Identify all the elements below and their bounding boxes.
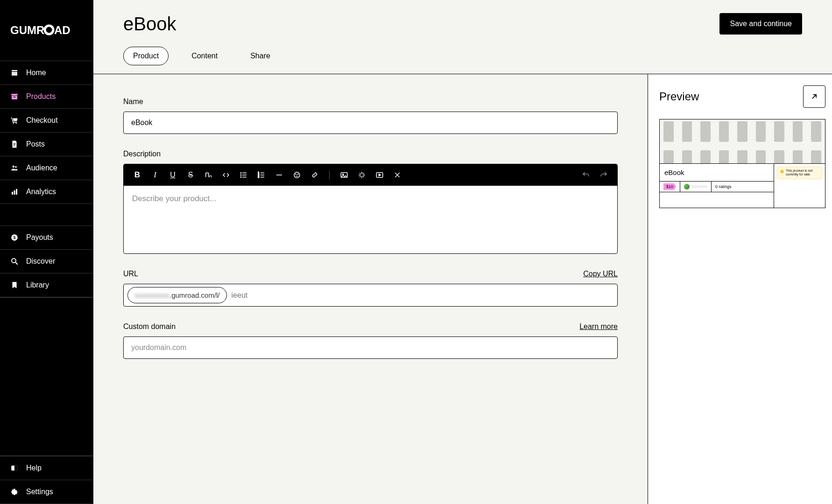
description-input[interactable]: Describe your product... bbox=[124, 186, 617, 253]
svg-point-9 bbox=[15, 166, 17, 168]
sidebar-item-discover[interactable]: Discover bbox=[0, 250, 93, 273]
custom-domain-input[interactable] bbox=[123, 336, 618, 359]
open-external-icon bbox=[810, 92, 819, 101]
sidebar-item-label: Library bbox=[26, 281, 49, 289]
svg-rect-10 bbox=[12, 192, 13, 195]
svg-point-33 bbox=[296, 174, 296, 175]
bold-icon[interactable]: B bbox=[132, 170, 142, 180]
preview-price-tag: $10 bbox=[663, 183, 676, 190]
image-icon[interactable] bbox=[339, 170, 349, 180]
bookmark-icon bbox=[10, 281, 19, 289]
svg-rect-12 bbox=[16, 189, 17, 195]
sidebar-item-label: Payouts bbox=[26, 233, 53, 242]
sidebar-item-library[interactable]: Library bbox=[0, 273, 93, 297]
svg-point-23 bbox=[240, 175, 241, 175]
sidebar-item-home[interactable]: Home bbox=[0, 61, 93, 85]
tab-content[interactable]: Content bbox=[182, 47, 227, 65]
tab-product[interactable]: Product bbox=[123, 47, 169, 65]
svg-line-16 bbox=[15, 262, 18, 265]
sparkle-icon[interactable] bbox=[357, 170, 367, 180]
field-name: Name bbox=[123, 98, 618, 134]
sidebar-item-products[interactable]: Products bbox=[0, 85, 93, 109]
preview-product-title: eBook bbox=[660, 164, 774, 181]
archive-icon bbox=[10, 92, 19, 101]
svg-text:3: 3 bbox=[258, 176, 260, 178]
svg-text:GUMR: GUMR bbox=[10, 24, 44, 36]
svg-point-32 bbox=[294, 172, 300, 178]
url-input[interactable]: xxxxxxxxxx.gumroad.com/l/ bbox=[123, 284, 618, 307]
preview-card: eBook $10 0 ratings bbox=[659, 119, 825, 208]
file-icon bbox=[10, 140, 19, 148]
sidebar-item-payouts[interactable]: $ Payouts bbox=[0, 226, 93, 250]
svg-point-8 bbox=[13, 166, 15, 168]
main: eBook Save and continue Product Content … bbox=[93, 0, 832, 504]
svg-rect-18 bbox=[14, 466, 18, 471]
bullet-list-icon[interactable] bbox=[239, 170, 249, 180]
svg-text:AD: AD bbox=[54, 24, 71, 36]
page-title: eBook bbox=[123, 14, 176, 35]
sidebar-item-checkout[interactable]: Checkout bbox=[0, 109, 93, 133]
sidebar-item-posts[interactable]: Posts bbox=[0, 133, 93, 156]
preview-column: Preview eBook bbox=[648, 74, 832, 504]
video-icon[interactable] bbox=[374, 170, 385, 180]
preview-author-cell bbox=[680, 182, 712, 192]
sidebar-group-main: Home Products Checkout Posts Audience An… bbox=[0, 61, 93, 204]
sidebar-item-label: Audience bbox=[26, 164, 57, 172]
preview-side: This product is not currently for sale. bbox=[774, 164, 825, 208]
strikethrough-icon[interactable]: S bbox=[185, 170, 196, 180]
sidebar-item-label: Discover bbox=[26, 257, 55, 266]
url-slug-input[interactable] bbox=[232, 291, 613, 300]
code-icon[interactable] bbox=[221, 170, 231, 180]
sidebar: GUMR AD Home Products Checkout Posts Aud… bbox=[0, 0, 93, 504]
redo-icon[interactable] bbox=[599, 170, 609, 180]
undo-icon[interactable] bbox=[581, 170, 591, 180]
field-custom-domain: Custom domain Learn more bbox=[123, 322, 618, 359]
link-icon[interactable] bbox=[310, 170, 320, 180]
sidebar-group-secondary: $ Payouts Discover Library bbox=[0, 225, 93, 297]
hr-icon[interactable] bbox=[274, 170, 284, 180]
copy-url-link[interactable]: Copy URL bbox=[583, 270, 618, 278]
preview-ratings-cell: 0 ratings bbox=[712, 182, 774, 192]
sidebar-item-settings[interactable]: Settings bbox=[0, 480, 93, 504]
save-and-continue-button[interactable]: Save and continue bbox=[719, 13, 802, 35]
svg-point-22 bbox=[240, 173, 241, 174]
tab-share[interactable]: Share bbox=[240, 47, 280, 65]
cart-icon bbox=[10, 116, 19, 125]
warning-icon bbox=[780, 169, 784, 173]
preview-heading: Preview bbox=[659, 90, 699, 103]
ordered-list-icon[interactable]: 123 bbox=[256, 170, 267, 180]
svg-point-24 bbox=[240, 177, 241, 178]
svg-rect-11 bbox=[14, 190, 15, 195]
sidebar-item-label: Settings bbox=[26, 488, 53, 496]
sidebar-item-audience[interactable]: Audience bbox=[0, 156, 93, 180]
custom-domain-label: Custom domain bbox=[123, 322, 176, 331]
sidebar-item-analytics[interactable]: Analytics bbox=[0, 180, 93, 203]
x-twitter-icon[interactable] bbox=[392, 170, 402, 180]
underline-icon[interactable]: U bbox=[168, 170, 178, 180]
search-icon bbox=[10, 257, 19, 266]
quote-icon[interactable] bbox=[292, 170, 302, 180]
svg-point-36 bbox=[343, 174, 344, 175]
heading-icon[interactable] bbox=[203, 170, 213, 180]
field-url: URL Copy URL xxxxxxxxxx.gumroad.com/l/ bbox=[123, 270, 618, 307]
learn-more-link[interactable]: Learn more bbox=[579, 322, 618, 331]
url-label: URL bbox=[123, 270, 138, 278]
open-preview-button[interactable] bbox=[803, 85, 825, 108]
form-column: Name Description B I U S bbox=[93, 74, 648, 504]
svg-point-7 bbox=[16, 123, 17, 124]
description-label: Description bbox=[123, 150, 161, 158]
sidebar-item-label: Products bbox=[26, 92, 56, 101]
field-description: Description B I U S 123 bbox=[123, 150, 618, 254]
gear-icon bbox=[10, 488, 19, 496]
brand-wordmark: GUMR AD bbox=[10, 24, 80, 37]
italic-icon[interactable]: I bbox=[150, 170, 160, 180]
preview-blank bbox=[660, 192, 774, 208]
preview-cover-placeholder bbox=[660, 119, 825, 163]
editor-toolbar: B I U S 123 bbox=[124, 164, 617, 186]
dollar-icon: $ bbox=[10, 233, 19, 242]
name-input[interactable] bbox=[123, 112, 618, 134]
chart-icon bbox=[10, 188, 19, 196]
preview-notice: This product is not currently for sale. bbox=[777, 167, 822, 179]
header: eBook Save and continue Product Content … bbox=[93, 0, 832, 74]
sidebar-item-help[interactable]: Help bbox=[0, 456, 93, 480]
